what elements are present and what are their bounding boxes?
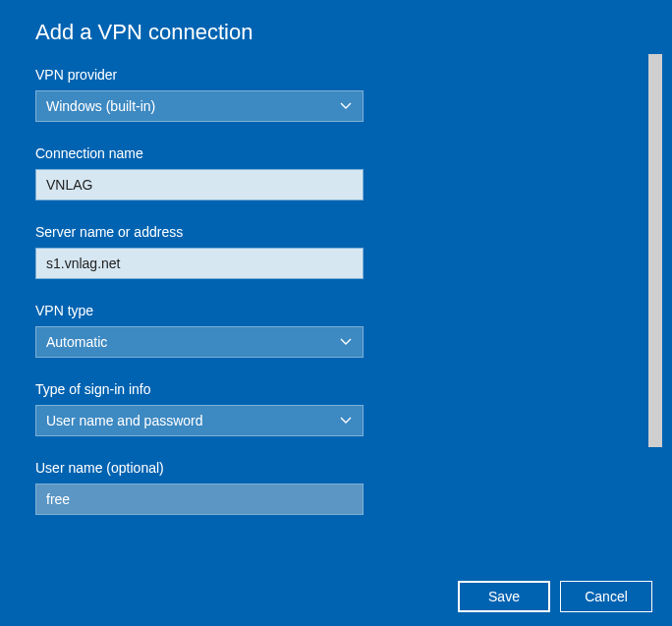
- field-vpn-type: VPN type Automatic: [35, 303, 637, 358]
- field-server: Server name or address s1.vnlag.net: [35, 224, 637, 279]
- field-vpn-provider: VPN provider Windows (built-in): [35, 67, 637, 122]
- cancel-button[interactable]: Cancel: [560, 581, 652, 612]
- label-signin: Type of sign-in info: [35, 381, 637, 397]
- input-username-value: free: [46, 491, 70, 507]
- field-connection-name: Connection name VNLAG: [35, 145, 637, 200]
- field-username: User name (optional) free: [35, 460, 637, 515]
- chevron-down-icon: [339, 99, 353, 113]
- select-signin[interactable]: User name and password: [35, 405, 364, 436]
- input-server[interactable]: s1.vnlag.net: [35, 248, 364, 279]
- select-vpn-type[interactable]: Automatic: [35, 326, 364, 358]
- chevron-down-icon: [339, 335, 353, 349]
- label-username: User name (optional): [35, 460, 637, 476]
- label-vpn-type: VPN type: [35, 303, 637, 318]
- scrollbar-thumb[interactable]: [648, 54, 662, 447]
- input-username[interactable]: free: [35, 484, 364, 515]
- field-signin: Type of sign-in info User name and passw…: [35, 381, 637, 436]
- input-connection-name[interactable]: VNLAG: [35, 169, 364, 200]
- input-connection-name-value: VNLAG: [46, 177, 92, 193]
- chevron-down-icon: [339, 414, 353, 427]
- scrollbar[interactable]: [648, 54, 662, 550]
- select-vpn-type-value: Automatic: [46, 334, 107, 350]
- page-title: Add a VPN connection: [35, 20, 637, 45]
- dialog-footer: Save Cancel: [458, 581, 652, 612]
- select-signin-value: User name and password: [46, 413, 203, 428]
- label-vpn-provider: VPN provider: [35, 67, 637, 83]
- dialog-content: Add a VPN connection VPN provider Window…: [0, 0, 672, 560]
- save-button-label: Save: [488, 589, 520, 604]
- select-vpn-provider-value: Windows (built-in): [46, 98, 155, 114]
- label-server: Server name or address: [35, 224, 637, 240]
- select-vpn-provider[interactable]: Windows (built-in): [35, 90, 364, 122]
- label-connection-name: Connection name: [35, 145, 637, 161]
- cancel-button-label: Cancel: [585, 589, 628, 604]
- save-button[interactable]: Save: [458, 581, 550, 612]
- input-server-value: s1.vnlag.net: [46, 256, 121, 271]
